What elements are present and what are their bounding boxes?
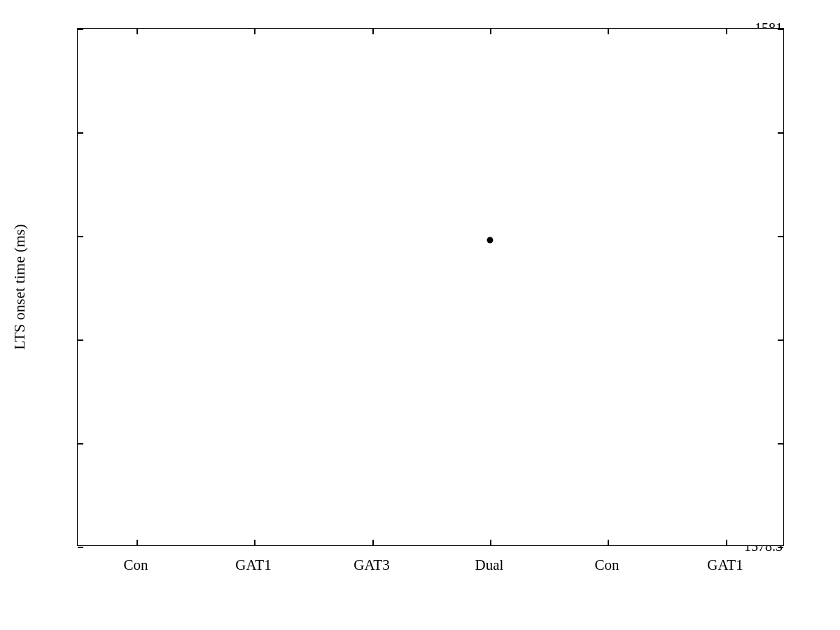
x-label-gat1-2: GAT1 (707, 556, 743, 574)
x-label-con1: Con (123, 556, 148, 574)
x-label-dual: Dual (475, 556, 504, 574)
data-point-dual (487, 237, 493, 244)
x-label-gat1: GAT1 (235, 556, 271, 574)
x-label-gat3: GAT3 (354, 556, 389, 574)
chart-container: LTS onset time (ms) 1581 1580.5 1580 157… (0, 0, 840, 630)
y-axis-label: LTS onset time (ms) (10, 224, 29, 349)
x-label-con2: Con (594, 556, 619, 574)
plot-area (77, 28, 784, 546)
